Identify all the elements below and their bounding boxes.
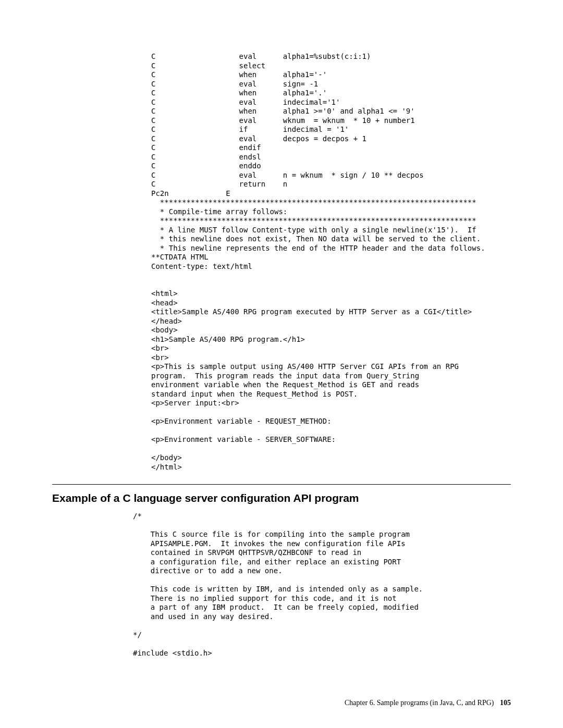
c-code-block: /* This C source file is for compiling i… <box>133 512 511 658</box>
footer-chapter: Chapter 6. Sample programs (in Java, C, … <box>345 699 494 707</box>
section-divider <box>52 484 511 485</box>
footer-page-number: 105 <box>500 699 511 707</box>
page-footer: Chapter 6. Sample programs (in Java, C, … <box>345 699 511 707</box>
rpg-code-block: C eval alpha1=%subst(c:i:1) C select C w… <box>151 52 511 472</box>
section-heading: Example of a C language server configura… <box>52 492 511 504</box>
